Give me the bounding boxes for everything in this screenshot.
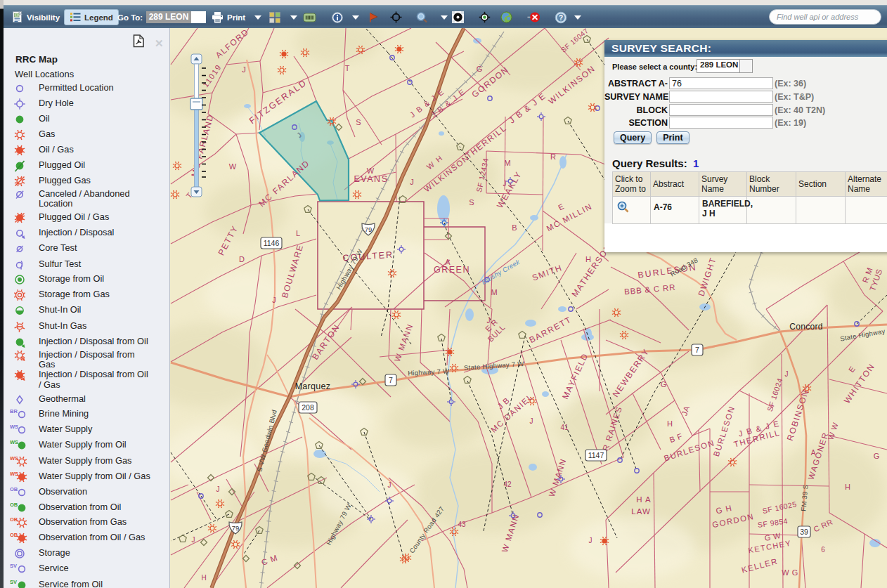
svg-text:H: H	[845, 483, 850, 491]
svg-text:B: B	[512, 223, 517, 232]
svg-text:BOULWARE: BOULWARE	[280, 243, 306, 299]
svg-text:J B & J E: J B & J E	[507, 91, 548, 126]
svg-text:OB: OB	[10, 532, 18, 538]
svg-text:H: H	[667, 419, 673, 428]
svg-text:WS: WS	[10, 471, 18, 477]
svg-text:Highway 79 W: Highway 79 W	[325, 502, 353, 546]
svg-text:EVANS: EVANS	[354, 174, 389, 184]
svg-text:H: H	[585, 255, 591, 263]
svg-text:SMITH: SMITH	[531, 263, 564, 282]
svg-text:C M: C M	[260, 553, 279, 567]
svg-text:B F: B F	[668, 431, 684, 444]
svg-text:1146: 1146	[264, 239, 280, 247]
svg-text:OB: OB	[10, 502, 18, 508]
svg-text:BR: BR	[10, 408, 18, 414]
svg-text:BARRETT: BARRETT	[527, 315, 573, 346]
svg-text:MAYFIELD: MAYFIELD	[560, 351, 590, 400]
svg-text:J: J	[388, 481, 391, 489]
svg-text:FM 39 S: FM 39 S	[799, 484, 809, 511]
svg-text:G: G	[661, 380, 667, 388]
svg-text:R RAINES: R RAINES	[601, 405, 623, 452]
svg-text:State Highway 7 W: State Highway 7 W	[464, 360, 524, 372]
svg-text:G H: G H	[715, 504, 732, 516]
svg-text:Brushy Creek: Brushy Creek	[480, 257, 522, 286]
svg-text:W: W	[229, 162, 237, 171]
svg-text:SF 9854: SF 9854	[757, 516, 788, 529]
svg-text:J: J	[589, 537, 593, 544]
svg-text:H: H	[201, 574, 206, 582]
svg-text:43: 43	[458, 521, 466, 528]
svg-text:WEAKLY: WEAKLY	[495, 169, 524, 209]
svg-text:W MANN: W MANN	[393, 322, 415, 363]
svg-text:NEWBERRY: NEWBERRY	[611, 346, 652, 398]
svg-text:ALFORD: ALFORD	[214, 28, 251, 60]
svg-text:SV: SV	[10, 563, 17, 569]
svg-text:7: 7	[695, 346, 699, 354]
svg-text:WILKINSON: WILKINSON	[546, 63, 597, 106]
svg-text:39: 39	[800, 528, 808, 536]
svg-text:W MANN: W MANN	[548, 457, 568, 498]
svg-text:WILKINSON: WILKINSON	[422, 153, 471, 194]
svg-text:E: E	[847, 365, 857, 374]
svg-text:H A: H A	[636, 495, 652, 504]
svg-text:J: J	[530, 417, 533, 425]
svg-text:ROBINSON: ROBINSON	[785, 388, 811, 442]
svg-text:OB: OB	[10, 516, 18, 523]
svg-text:OB: OB	[10, 486, 18, 492]
svg-text:County Road 427: County Road 427	[408, 505, 446, 555]
svg-text:R: R	[550, 152, 556, 161]
svg-text:BURLESON: BURLESON	[712, 405, 737, 457]
svg-text:J: J	[242, 65, 246, 74]
svg-text:J: J	[192, 536, 195, 544]
svg-text:J: J	[503, 180, 507, 188]
svg-text:W MANN: W MANN	[500, 513, 521, 554]
svg-text:G: G	[874, 452, 880, 460]
svg-text:WAGONER: WAGONER	[807, 431, 830, 481]
svg-text:208: 208	[302, 403, 314, 412]
svg-text:MC FARLAND: MC FARLAND	[257, 158, 311, 209]
svg-text:WS: WS	[10, 424, 18, 430]
svg-text:J: J	[410, 178, 414, 186]
svg-text:SF 16025: SF 16025	[762, 499, 798, 515]
svg-text:WS: WS	[10, 439, 18, 445]
svg-text:J: J	[216, 485, 220, 493]
svg-text:DWIGHT: DWIGHT	[697, 256, 718, 297]
svg-text:M: M	[504, 159, 510, 167]
svg-text:GREEN: GREEN	[434, 265, 470, 275]
svg-text:6: 6	[821, 546, 825, 554]
svg-text:J: J	[272, 296, 276, 304]
svg-text:SF 16024: SF 16024	[765, 377, 784, 412]
svg-text:A: A	[811, 449, 816, 457]
svg-text:S: S	[469, 198, 474, 207]
svg-text:BARTON: BARTON	[310, 322, 342, 362]
svg-text:79: 79	[232, 524, 240, 532]
svg-text:J B: J B	[496, 396, 511, 411]
svg-text:THERRILL: THERRILL	[464, 123, 509, 161]
svg-text:KELLER: KELLER	[741, 556, 779, 574]
svg-text:J: J	[487, 317, 491, 325]
svg-text:G: G	[477, 65, 483, 73]
svg-text:79: 79	[365, 226, 373, 233]
svg-text:Highway 7 W: Highway 7 W	[408, 367, 450, 377]
svg-text:W H: W H	[425, 153, 445, 171]
svg-text:41: 41	[560, 424, 569, 431]
svg-text:SF 16047: SF 16047	[559, 28, 590, 54]
svg-text:7: 7	[389, 376, 393, 384]
svg-text:PETTY: PETTY	[216, 223, 240, 256]
svg-text:W G: W G	[782, 568, 798, 577]
svg-text:WS: WS	[10, 455, 18, 462]
svg-text:State Highway: State Highway	[839, 327, 886, 342]
svg-text:SV: SV	[10, 579, 17, 585]
svg-text:MC DANIEL: MC DANIEL	[489, 392, 535, 434]
svg-text:MC MILLIN: MC MILLIN	[545, 202, 594, 233]
svg-text:T: T	[345, 64, 350, 72]
svg-text:M: M	[491, 288, 497, 296]
svg-text:D: D	[239, 255, 245, 263]
svg-text:L: L	[296, 229, 300, 237]
svg-text:BBB & C RR: BBB & C RR	[624, 283, 676, 296]
svg-text:E: E	[557, 202, 565, 211]
svg-text:42: 42	[503, 481, 512, 488]
svg-text:?: ?	[559, 13, 563, 21]
svg-text:FITZGERALD: FITZGERALD	[247, 77, 309, 126]
svg-text:Concord: Concord	[789, 322, 822, 332]
